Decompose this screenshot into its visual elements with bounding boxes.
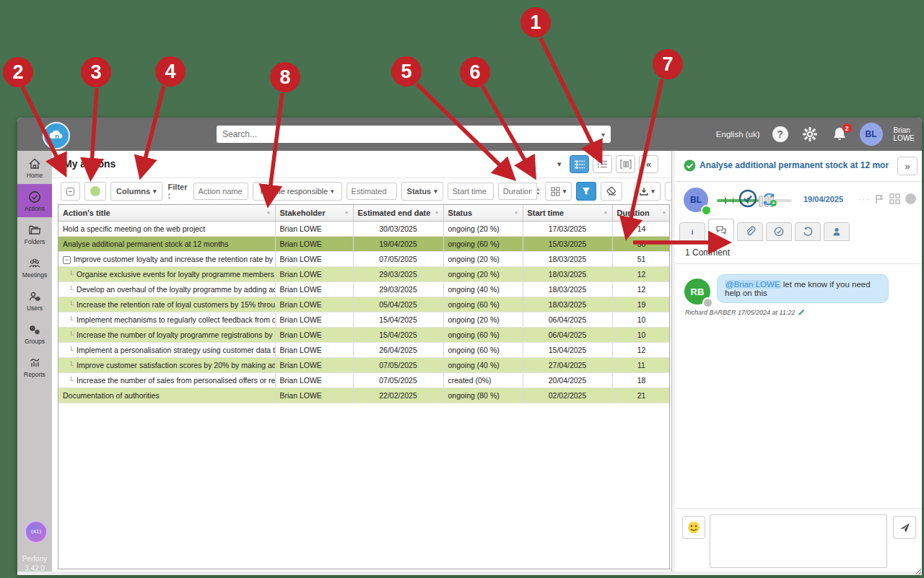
start-time-filter-input[interactable] <box>448 183 494 200</box>
recurrence-button[interactable]: + <box>760 191 777 211</box>
edit-pencil-icon[interactable] <box>798 309 805 316</box>
global-search: ▾ <box>217 126 611 143</box>
table-view-toggle[interactable] <box>570 155 589 173</box>
expand-panel-button[interactable]: » <box>897 157 918 175</box>
estimated-filter-input[interactable] <box>346 183 397 200</box>
sort-icon[interactable]: ▲ <box>603 209 609 214</box>
duration-cell: 21 <box>612 388 670 403</box>
flag-icon[interactable] <box>875 194 884 204</box>
color-tag-icon[interactable] <box>905 193 916 204</box>
table-row[interactable]: └Implement mechanisms to regularly colle… <box>58 312 670 328</box>
svg-text:i: i <box>691 227 693 236</box>
end-date-cell: 26/04/2025 <box>353 343 443 358</box>
annotation-circle <box>81 57 111 87</box>
check-circle-icon <box>773 226 785 237</box>
table-row[interactable]: Hold a specific meeting on the web proje… <box>58 222 670 237</box>
list-view-toggle[interactable] <box>593 155 612 173</box>
settings-button[interactable] <box>801 125 819 144</box>
grouping-dropdown[interactable]: ▾ <box>545 182 572 201</box>
tab-assignee[interactable] <box>824 222 850 241</box>
user-name[interactable]: Brian LOWE <box>894 126 915 143</box>
user-avatar[interactable]: BL <box>860 123 883 146</box>
sidebar-item-folders[interactable]: Folders <box>17 217 52 250</box>
chevron-down-icon: ▾ <box>331 188 334 195</box>
collapse-row-icon[interactable]: − <box>63 256 71 264</box>
people-responsible-dropdown[interactable]: People responsible▾ <box>253 182 342 201</box>
column-header[interactable]: Duration▲ <box>612 205 670 222</box>
mark-complete-button[interactable] <box>738 189 757 211</box>
chevron-down-icon: ▾ <box>153 188 157 195</box>
column-header[interactable]: Estimated end date▲ <box>353 205 443 222</box>
collapse-all-button[interactable] <box>61 182 80 201</box>
help-button[interactable]: ? <box>771 125 790 144</box>
language-selector[interactable]: English (uk) <box>716 130 760 139</box>
perfony-logo[interactable]: p <box>43 122 70 149</box>
duration-filter-input[interactable] <box>498 183 537 200</box>
start-cell: 02/02/2025 <box>523 388 612 403</box>
resize-handle-icon[interactable] <box>915 569 921 574</box>
table-row[interactable]: └Develop an overhaul of the loyalty prog… <box>58 282 670 297</box>
tab-comments[interactable] <box>708 219 734 241</box>
collapse-all-icon <box>66 188 74 196</box>
sort-icon[interactable]: ▲ <box>514 209 519 214</box>
kanban-view-toggle[interactable] <box>616 155 635 173</box>
table-row[interactable]: └Increase the number of sales from perso… <box>58 373 670 388</box>
ai-assistant-badge[interactable]: {AI} <box>25 520 48 543</box>
sidebar-item-groups[interactable]: Groups <box>17 317 52 350</box>
due-date[interactable]: 19/04/2025 <box>803 195 843 203</box>
number-stepper[interactable]: ▴▾ <box>536 187 541 196</box>
more-options-icon[interactable]: ··· <box>858 193 870 204</box>
status-filter-dropdown[interactable]: Status▾ <box>401 182 443 201</box>
status-color-filter-button[interactable] <box>84 182 106 201</box>
tab-check-circle[interactable] <box>766 222 792 241</box>
collapse-panel-button[interactable]: « <box>639 155 658 173</box>
clear-filter-button[interactable] <box>601 182 622 201</box>
table-row[interactable]: Analyse additional permanent stock at 12… <box>58 237 670 252</box>
start-cell: 17/03/2025 <box>523 222 612 237</box>
send-comment-button[interactable] <box>893 516 916 539</box>
sort-icon[interactable]: ▲ <box>344 209 349 214</box>
action-name-filter-input[interactable] <box>193 183 248 200</box>
table-row[interactable]: └Implement a personalisation strategy us… <box>58 343 670 358</box>
sidebar-item-users[interactable]: Users <box>17 284 52 317</box>
column-header[interactable]: Start time▲ <box>523 205 612 222</box>
mention-link[interactable]: @Brian LOWE <box>725 280 781 289</box>
tab-attachment[interactable] <box>737 222 763 241</box>
stakeholder-cell: Brian LOWE <box>275 388 353 403</box>
sort-icon[interactable]: ▲ <box>662 209 667 214</box>
column-header[interactable]: Stakeholder▲ <box>275 205 353 222</box>
duration-cell: 18 <box>612 373 670 388</box>
export-dropdown[interactable]: ▾ <box>634 182 661 201</box>
grid-icon[interactable] <box>889 193 900 204</box>
table-row[interactable]: └Organise exclusive events for loyalty p… <box>58 267 670 282</box>
search-input[interactable] <box>217 129 601 139</box>
columns-dropdown[interactable]: Columns▾ <box>110 182 162 201</box>
sort-icon[interactable]: ▲ <box>266 209 271 214</box>
page-title[interactable]: My actions <box>64 158 116 170</box>
tab-history[interactable] <box>795 222 821 241</box>
emoji-button[interactable] <box>682 516 705 539</box>
sidebar-item-meetings[interactable]: Meetings <box>17 250 52 284</box>
table-body: Hold a specific meeting on the web proje… <box>58 222 670 403</box>
sidebar-item-home[interactable]: Home <box>17 151 52 184</box>
sidebar-item-reports[interactable]: Reports <box>17 350 52 383</box>
table-row[interactable]: └Increase the number of loyalty programm… <box>58 328 670 343</box>
stakeholder-cell: Brian LOWE <box>275 237 353 252</box>
column-header[interactable]: Status▲ <box>443 205 523 222</box>
home-icon <box>27 157 42 170</box>
column-header[interactable]: Action's title▲ <box>58 205 275 222</box>
sidebar-item-label: Groups <box>25 338 45 345</box>
tab-info[interactable]: i <box>679 222 705 241</box>
comment-input[interactable] <box>710 514 887 568</box>
chevron-down-icon[interactable]: ▾ <box>557 159 562 169</box>
apply-filter-button[interactable] <box>576 182 596 201</box>
table-row[interactable]: Documentation of authoritiesBrian LOWE22… <box>58 388 670 403</box>
table-row[interactable]: └Increase the retention rate of loyal cu… <box>58 297 670 312</box>
table-row[interactable]: └Improve customer satisfaction scores by… <box>58 358 670 373</box>
sidebar-item-actions[interactable]: Actions <box>17 184 52 217</box>
sort-icon[interactable]: ▲ <box>435 209 440 214</box>
paper-plane-icon <box>899 522 910 533</box>
notifications-button[interactable]: 2 <box>830 125 849 144</box>
table-row[interactable]: −Improve customer loyalty and increase t… <box>58 252 670 267</box>
chevron-down-icon[interactable]: ▾ <box>601 131 611 139</box>
